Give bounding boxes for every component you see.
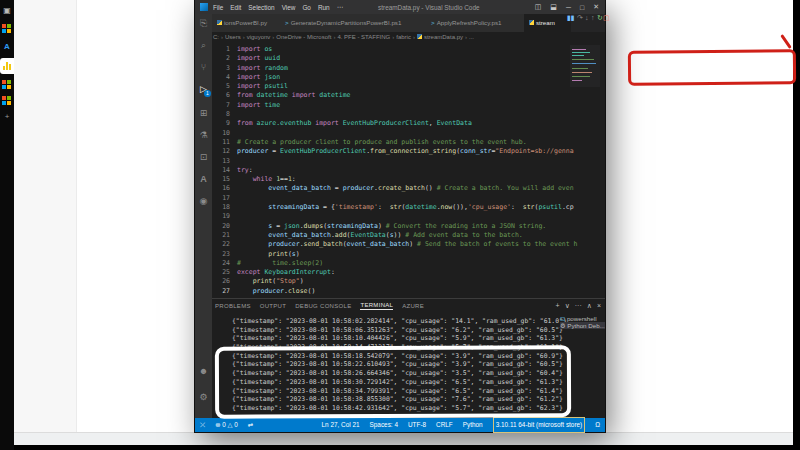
red-annotation-box bbox=[628, 49, 796, 86]
code-line: 7import time bbox=[212, 101, 605, 110]
python-icon bbox=[417, 34, 422, 39]
terminal-dropdown-icon[interactable]: ∨ bbox=[565, 302, 570, 310]
close-icon[interactable]: ✕ bbox=[593, 3, 599, 11]
code-line: 19 bbox=[212, 212, 605, 221]
language-mode[interactable]: Python bbox=[463, 418, 483, 432]
terminal-instance-python-debug[interactable]: ⚙ Python Deb... bbox=[560, 322, 605, 329]
code-lines[interactable]: 1import os2import uuid3import random4imp… bbox=[212, 45, 605, 296]
powerbi-tab-icon[interactable] bbox=[0, 58, 14, 74]
menu-go[interactable]: Go bbox=[302, 4, 311, 11]
explorer-icon[interactable]: ⎘ bbox=[195, 18, 212, 29]
azure-extension-icon[interactable]: A bbox=[195, 174, 212, 184]
menu-file[interactable]: File bbox=[213, 4, 223, 11]
cursor-position[interactable]: Ln 27, Col 21 bbox=[322, 418, 360, 432]
tab-debug-console[interactable]: DEBUG CONSOLE bbox=[295, 303, 351, 309]
debug-step-out-icon[interactable]: ↑ bbox=[591, 14, 595, 21]
remote-icon[interactable]: ⤫ bbox=[200, 418, 205, 432]
window-tab-icon[interactable]: ▣ bbox=[2, 6, 12, 16]
activity-bar: ⎘ ⌕ ⑂ ▷1 ⊞ ⚗ ⊡ A ◉ ☻ ⚙ bbox=[195, 14, 212, 418]
account-icon[interactable]: ☻ bbox=[195, 366, 212, 376]
debug-step-into-icon[interactable]: ↓ bbox=[585, 14, 589, 21]
close-panel-icon[interactable]: × bbox=[597, 302, 601, 309]
powershell-icon: > bbox=[431, 19, 435, 26]
code-line: 5import psutil bbox=[212, 82, 605, 91]
code-line: 22 producer.send_batch(event_data_batch)… bbox=[212, 240, 605, 249]
code-line: 21 event_data_batch.add(EventData(s)) # … bbox=[212, 231, 605, 240]
source-control-icon[interactable]: ⑂ bbox=[195, 62, 212, 72]
code-line: 3import random bbox=[212, 64, 605, 73]
github-icon[interactable]: ◉ bbox=[195, 196, 212, 206]
vscode-titlebar[interactable]: File Edit Selection View Go Run ⋯ stream… bbox=[195, 0, 605, 14]
screen: ▣ A + ⌂Home ⊕Create ▱Browse ◔OneLake dat… bbox=[0, 0, 800, 450]
editor-tab[interactable]: >ApplyRefreshPolicy.ps1 bbox=[426, 14, 529, 32]
menu-edit[interactable]: Edit bbox=[230, 4, 241, 11]
tab-problems[interactable]: PROBLEMS bbox=[215, 303, 251, 309]
tab-azure[interactable]: AZURE bbox=[402, 303, 424, 309]
white-annotation-box bbox=[215, 345, 571, 419]
tab-terminal[interactable]: TERMINAL bbox=[360, 302, 393, 310]
python-icon bbox=[529, 20, 534, 25]
tab-output[interactable]: OUTPUT bbox=[260, 303, 286, 309]
debug-restart-icon[interactable]: ↻ bbox=[597, 14, 603, 22]
new-tab-button[interactable]: + bbox=[2, 112, 12, 122]
manage-gear-icon[interactable]: ⚙ bbox=[195, 392, 212, 402]
minimap[interactable] bbox=[570, 45, 600, 87]
powerbi-footer bbox=[14, 432, 793, 445]
menu-selection[interactable]: Selection bbox=[248, 4, 274, 11]
gear-icon: ⚙ bbox=[560, 322, 566, 329]
terminal-panel-icon[interactable]: ⊡ bbox=[195, 152, 212, 162]
indentation[interactable]: Spaces: 4 bbox=[370, 418, 398, 432]
bell-icon[interactable]: Ω bbox=[595, 418, 600, 432]
microsoft-tab-icon[interactable] bbox=[2, 96, 12, 106]
terminal-line: {"timestamp": "2023-08-01 10:58:06.35126… bbox=[232, 326, 584, 335]
window-title: streamData.py - Visual Studio Code bbox=[378, 4, 479, 11]
menu-more[interactable]: ⋯ bbox=[337, 3, 343, 11]
code-line: 4import json bbox=[212, 73, 605, 82]
search-icon[interactable]: ⌕ bbox=[195, 40, 212, 51]
breadcrumb[interactable]: C:› Users› viguyonv› OneDrive - Microsof… bbox=[212, 32, 605, 43]
maximize-icon[interactable]: □ bbox=[580, 4, 584, 11]
python-icon bbox=[217, 20, 222, 25]
debug-pause-icon[interactable]: ▮▮ bbox=[567, 14, 575, 22]
code-line: 2import uuid bbox=[212, 54, 605, 63]
code-line: 24# time.sleep(2) bbox=[212, 259, 605, 268]
azure-tab-icon[interactable]: A bbox=[2, 42, 12, 52]
code-line: 1import os bbox=[212, 45, 605, 54]
python-interpreter[interactable]: 3.10.11 64-bit (microsoft store) bbox=[493, 417, 586, 433]
debug-step-over-icon[interactable]: ↷ bbox=[577, 14, 583, 22]
code-line: 8 bbox=[212, 110, 605, 119]
code-line: 26 print("Stop") bbox=[212, 277, 605, 286]
debug-stop-icon[interactable]: ▢ bbox=[603, 14, 610, 22]
code-line: 27 producer.close() bbox=[212, 287, 605, 296]
editor-tab-active[interactable]: stream bbox=[524, 14, 571, 32]
code-line: 13 bbox=[212, 157, 605, 166]
new-terminal-icon[interactable]: + bbox=[556, 302, 560, 309]
editor-tab[interactable]: >GenerateDynamicPartitionsPowerBI.ps1 bbox=[280, 14, 431, 32]
ports-icon[interactable]: ⇄ bbox=[248, 418, 253, 432]
encoding[interactable]: UTF-8 bbox=[408, 418, 426, 432]
run-debug-icon[interactable]: ▷1 bbox=[195, 84, 212, 94]
layout-panel-icon[interactable]: ◫ bbox=[535, 3, 542, 11]
microsoft-tab-icon[interactable] bbox=[2, 24, 12, 34]
powershell-icon: ⊡ bbox=[560, 315, 565, 322]
code-line: 6from datetime import datetime bbox=[212, 91, 605, 100]
menu-run[interactable]: Run bbox=[318, 4, 330, 11]
more-actions-icon[interactable]: ··· bbox=[575, 302, 582, 309]
menu-view[interactable]: View bbox=[282, 4, 296, 11]
extensions-icon[interactable]: ⊞ bbox=[195, 108, 212, 118]
code-line: 14try: bbox=[212, 166, 605, 175]
editor-tab[interactable]: ionsPowerBI.py bbox=[212, 14, 285, 32]
code-line: 15 while 1==1: bbox=[212, 175, 605, 184]
test-beaker-icon[interactable]: ⚗ bbox=[195, 130, 212, 140]
microsoft-tab-icon[interactable] bbox=[2, 80, 12, 90]
code-line: 25except KeyboardInterrupt: bbox=[212, 268, 605, 277]
maximize-panel-icon[interactable]: ∧ bbox=[587, 302, 592, 310]
terminal-line: {"timestamp": "2023-08-01 10:58:10.40442… bbox=[232, 334, 584, 343]
layout-sidebar-icon[interactable]: ⬓ bbox=[550, 3, 557, 11]
minimize-icon[interactable]: ─ bbox=[566, 4, 571, 11]
code-line: 20 s = json.dumps(streamingData) # Conve… bbox=[212, 222, 605, 231]
code-line: 10 bbox=[212, 129, 605, 138]
terminal-instance-powershell[interactable]: ⊡ powershell bbox=[560, 315, 605, 322]
problems-status[interactable]: ⊗ 0 △ 0 bbox=[215, 418, 238, 432]
eol[interactable]: CRLF bbox=[436, 418, 453, 432]
